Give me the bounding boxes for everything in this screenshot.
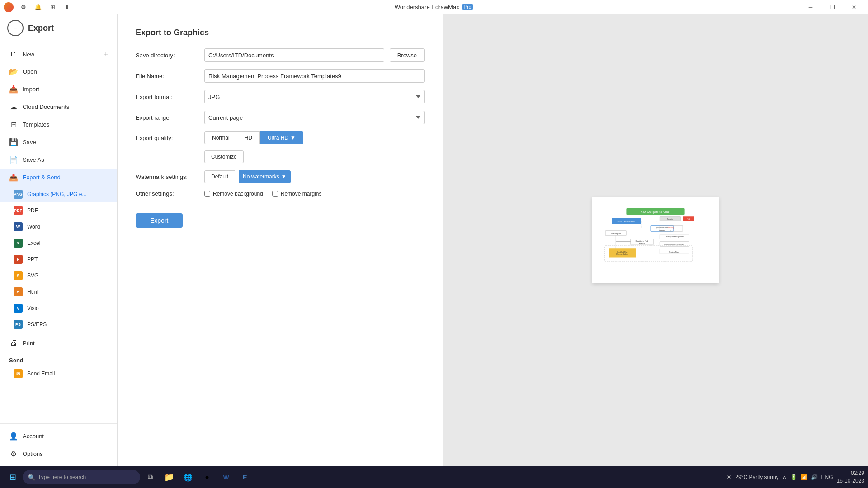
watermark-dropdown-icon: ▼ [281, 174, 287, 180]
svg-text:Risk: Risk [687, 218, 690, 220]
sidebar-item-print[interactable]: 🖨 Print [0, 334, 117, 352]
sidebar-item-options[interactable]: ⚙ Options [0, 445, 117, 463]
remove-bg-label: Remove background [213, 191, 263, 197]
quality-ultrahd-button[interactable]: Ultra HD ▼ [260, 131, 303, 144]
date-display: 16-10-2023 [837, 477, 864, 485]
saveas-icon: 📄 [9, 155, 18, 164]
preview-diagram: Risk Complaince Chart Risk Identificatio… [601, 206, 710, 273]
settings-icon[interactable]: ⚙ [17, 1, 30, 14]
export-format-row: Export format: JPG PNG BMP GIF TIFF [136, 90, 425, 103]
remove-margins-checkbox[interactable]: Remove margins [272, 191, 322, 197]
format-item-excel[interactable]: X Excel [0, 235, 117, 251]
options-icon: ⚙ [9, 450, 18, 458]
watermark-no-button[interactable]: No watermarks ▼ [239, 170, 291, 183]
bell-icon[interactable]: 🔔 [32, 1, 44, 14]
panel-title: Export to Graphics [136, 28, 425, 38]
battery-icon: 🔋 [790, 474, 797, 480]
nav-templates-label: Templates [23, 121, 49, 128]
file-name-label: File Name: [136, 73, 199, 80]
browse-button[interactable]: Browse [390, 48, 425, 62]
taskbar-search-icon: 🔍 [28, 474, 35, 481]
export-button[interactable]: Export [136, 213, 183, 228]
svg-text:Quantitative Risk: Quantitative Risk [636, 240, 648, 242]
format-item-word[interactable]: W Word [0, 219, 117, 235]
new-plus-icon: + [104, 50, 108, 58]
format-item-svg[interactable]: S SVG [0, 267, 117, 284]
sidebar-item-cloud[interactable]: ☁ Cloud Documents [0, 98, 117, 116]
format-item-html[interactable]: H Html [0, 284, 117, 300]
export-icon: 📤 [9, 173, 18, 182]
open-icon: 📂 [9, 67, 18, 76]
quality-hd-button[interactable]: HD [237, 131, 260, 144]
back-button[interactable]: ← [7, 20, 24, 36]
nav-saveas-label: Save As [23, 156, 44, 163]
file-name-input[interactable] [204, 69, 425, 83]
sidebar-item-account[interactable]: 👤 Account [0, 427, 117, 445]
taskbar-edge[interactable]: 🌐 [179, 468, 197, 486]
format-item-png[interactable]: PNG Graphics (PNG, JPG e... [0, 186, 117, 202]
ultrahd-dropdown-icon: ▼ [290, 135, 296, 141]
format-item-ps[interactable]: PS PS/EPS [0, 316, 117, 333]
send-email-label: Send Email [27, 371, 55, 377]
format-item-pdf[interactable]: PDF PDF [0, 202, 117, 219]
start-button[interactable]: ⊞ [4, 468, 22, 486]
pdf-icon: PDF [14, 206, 23, 215]
format-png-label: Graphics (PNG, JPG e... [27, 191, 86, 197]
format-item-ppt[interactable]: P PPT [0, 251, 117, 267]
taskbar-taskview[interactable]: ⧉ [141, 468, 159, 486]
nav-options-label: Options [23, 450, 43, 457]
sidebar-item-export[interactable]: 📤 Export & Send [0, 169, 117, 186]
svg-text:Quantitative Risk: Quantitative Risk [656, 227, 668, 229]
sidebar-item-saveas[interactable]: 📄 Save As [0, 151, 117, 169]
nav-print-label: Print [23, 340, 35, 347]
minimize-button[interactable]: ─ [800, 0, 821, 14]
lang-label: ENG [821, 474, 833, 480]
watermark-default-button[interactable]: Default [204, 170, 235, 183]
svg-text:Develop Risk Responses: Develop Risk Responses [665, 236, 684, 238]
save-directory-input[interactable] [204, 48, 384, 62]
svg-text:▼: ▼ [670, 229, 672, 231]
ps-icon: PS [14, 320, 23, 329]
download-icon[interactable]: ⬇ [61, 1, 73, 14]
taskbar-chrome[interactable]: ● [198, 468, 216, 486]
close-button[interactable]: ✕ [844, 0, 864, 14]
remove-background-checkbox[interactable]: Remove background [204, 191, 263, 197]
sidebar-item-email[interactable]: ✉ Send Email [0, 366, 117, 382]
taskbar-time: 02:29 16-10-2023 [837, 469, 864, 485]
sidebar-item-open[interactable]: 📂 Open [0, 63, 117, 80]
taskbar-explorer[interactable]: 📁 [160, 468, 178, 486]
sidebar-item-new[interactable]: 🗋 New + [0, 46, 117, 63]
quality-normal-button[interactable]: Normal [204, 131, 237, 144]
export-quality-label: Export quality: [136, 135, 199, 141]
user-avatar[interactable] [4, 2, 14, 12]
sidebar-item-templates[interactable]: ⊞ Templates [0, 116, 117, 133]
preview-card: Risk Complaince Chart Risk Identificatio… [592, 197, 719, 284]
watermark-label: Watermark settings: [136, 174, 199, 180]
sidebar-item-import[interactable]: 📥 Import [0, 80, 117, 98]
remove-bg-input[interactable] [204, 191, 210, 197]
sidebar-item-save[interactable]: 💾 Save [0, 133, 117, 151]
svg-icon: S [14, 271, 23, 280]
time-display: 02:29 [837, 469, 864, 477]
nav-account-label: Account [23, 433, 44, 440]
remove-margins-input[interactable] [272, 191, 278, 197]
restore-button[interactable]: ❐ [822, 0, 843, 14]
format-ppt-label: PPT [27, 256, 38, 263]
customize-button[interactable]: Customize [204, 150, 244, 163]
taskbar-edraw[interactable]: E [236, 468, 254, 486]
format-visio-label: Visio [27, 305, 39, 311]
svg-text:Security: Security [667, 218, 673, 220]
taskbar-word[interactable]: W [217, 468, 235, 486]
nav-save-label: Save [23, 139, 36, 145]
svg-text:Simplified Risk: Simplified Risk [617, 251, 627, 253]
format-item-visio[interactable]: V Visio [0, 300, 117, 316]
apps-icon[interactable]: ⊞ [46, 1, 59, 14]
export-format-select[interactable]: JPG PNG BMP GIF TIFF [204, 90, 425, 103]
app-title: Wondershare EdrawMax [395, 4, 459, 10]
visio-icon: V [14, 304, 23, 313]
svg-text:Analysis: Analysis [639, 243, 645, 244]
export-range-select[interactable]: Current page All pages Selected pages [204, 111, 425, 124]
taskbar-search[interactable]: 🔍 Type here to search [23, 470, 140, 484]
pro-badge: Pro [462, 4, 474, 10]
titlebar-center: Wondershare EdrawMax Pro [395, 4, 473, 10]
